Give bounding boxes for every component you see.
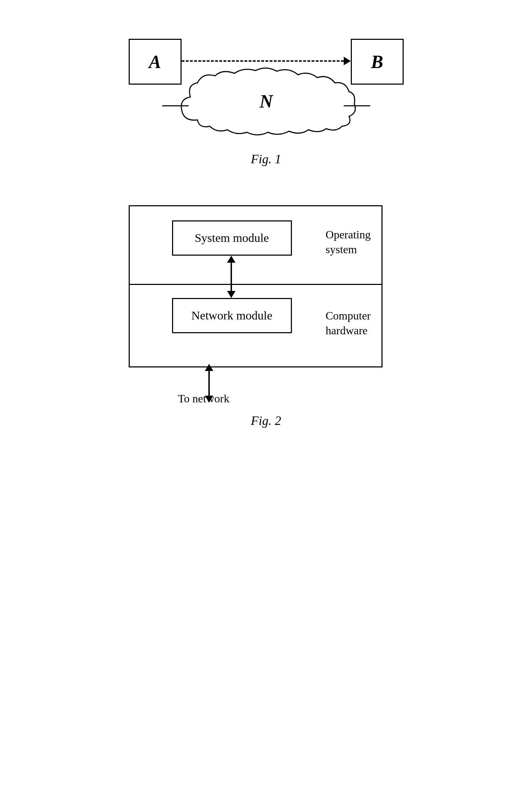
fig2-caption: Fig. 2 (251, 413, 281, 428)
dashed-arrow (182, 56, 351, 66)
arrow-head-right-icon (344, 57, 351, 65)
vertical-line (231, 263, 232, 291)
svg-text:N: N (259, 91, 274, 111)
fig1-diagram: A B N (108, 28, 425, 141)
hardware-label: Computer hardware (326, 309, 371, 338)
page: A B N (0, 0, 532, 792)
system-module-box: System module (172, 220, 292, 256)
fig2-section: System module Network module Operating s… (0, 202, 532, 428)
fig1-section: A B N (0, 28, 532, 166)
cloud-shape: N (162, 67, 370, 138)
os-label: Operating system (326, 227, 371, 257)
box-a-label: A (149, 51, 161, 72)
to-network-label: To network (178, 392, 230, 405)
arrow-head-down-icon (227, 291, 236, 298)
outer-box: System module Network module Operating s… (129, 205, 383, 367)
dashed-line (182, 60, 344, 62)
network-module-box: Network module (172, 298, 292, 333)
dividing-line (130, 284, 381, 285)
bidirectional-arrow (224, 256, 238, 298)
system-module-label: System module (195, 231, 269, 245)
network-module-label: Network module (191, 309, 272, 322)
arrow-head-up-icon (227, 256, 236, 263)
fig2-diagram: System module Network module Operating s… (108, 202, 425, 406)
arrow-head-up2-icon (205, 364, 213, 371)
fig1-caption: Fig. 1 (251, 152, 281, 166)
box-b-label: B (371, 51, 383, 72)
